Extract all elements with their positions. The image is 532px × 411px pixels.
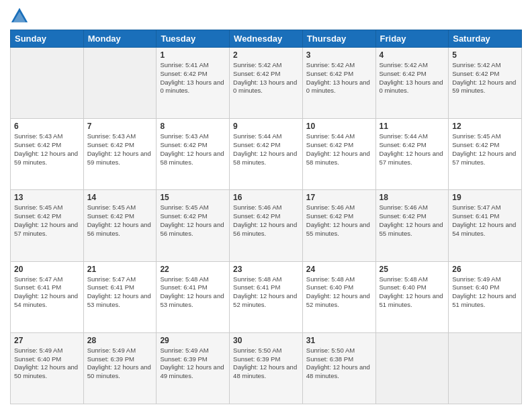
day-number: 2 xyxy=(233,50,299,60)
day-number: 4 xyxy=(380,50,445,60)
day-info: Sunrise: 5:45 AM Sunset: 6:42 PM Dayligh… xyxy=(87,203,153,238)
day-info: Sunrise: 5:49 AM Sunset: 6:39 PM Dayligh… xyxy=(160,347,226,381)
day-info: Sunrise: 5:45 AM Sunset: 6:42 PM Dayligh… xyxy=(452,132,518,167)
day-number: 22 xyxy=(160,265,226,274)
calendar-day-cell: 29Sunrise: 5:49 AM Sunset: 6:39 PM Dayli… xyxy=(157,332,230,404)
calendar-day-cell: 8Sunrise: 5:43 AM Sunset: 6:42 PM Daylig… xyxy=(157,119,230,190)
day-info: Sunrise: 5:44 AM Sunset: 6:42 PM Dayligh… xyxy=(380,132,445,167)
calendar-day-cell: 18Sunrise: 5:46 AM Sunset: 6:42 PM Dayli… xyxy=(375,190,449,261)
calendar-day-cell: 16Sunrise: 5:46 AM Sunset: 6:42 PM Dayli… xyxy=(230,190,303,261)
day-info: Sunrise: 5:48 AM Sunset: 6:41 PM Dayligh… xyxy=(160,275,226,310)
day-number: 3 xyxy=(306,50,372,60)
col-sunday: Sunday xyxy=(11,30,84,48)
day-info: Sunrise: 5:48 AM Sunset: 6:40 PM Dayligh… xyxy=(306,275,372,310)
day-info: Sunrise: 5:42 AM Sunset: 6:42 PM Dayligh… xyxy=(233,61,299,95)
day-info: Sunrise: 5:42 AM Sunset: 6:42 PM Dayligh… xyxy=(452,61,518,95)
calendar-week-row: 1Sunrise: 5:41 AM Sunset: 6:42 PM Daylig… xyxy=(11,48,522,119)
day-number: 24 xyxy=(306,265,372,274)
calendar-header-row: Sunday Monday Tuesday Wednesday Thursday… xyxy=(11,30,522,48)
calendar-week-row: 13Sunrise: 5:45 AM Sunset: 6:42 PM Dayli… xyxy=(11,190,522,261)
day-number: 28 xyxy=(87,336,153,345)
day-info: Sunrise: 5:42 AM Sunset: 6:42 PM Dayligh… xyxy=(306,61,372,95)
day-number: 5 xyxy=(452,50,518,60)
day-number: 25 xyxy=(380,265,445,274)
day-number: 31 xyxy=(306,336,372,345)
calendar-day-cell xyxy=(449,332,522,404)
day-number: 16 xyxy=(233,193,299,202)
day-number: 6 xyxy=(14,122,80,131)
day-info: Sunrise: 5:46 AM Sunset: 6:42 PM Dayligh… xyxy=(380,203,445,238)
day-info: Sunrise: 5:49 AM Sunset: 6:39 PM Dayligh… xyxy=(87,347,153,381)
day-info: Sunrise: 5:47 AM Sunset: 6:41 PM Dayligh… xyxy=(452,203,518,238)
col-saturday: Saturday xyxy=(449,30,522,48)
day-number: 21 xyxy=(87,265,153,274)
calendar-day-cell: 19Sunrise: 5:47 AM Sunset: 6:41 PM Dayli… xyxy=(449,190,522,261)
col-thursday: Thursday xyxy=(302,30,375,48)
col-monday: Monday xyxy=(83,30,157,48)
calendar-day-cell: 23Sunrise: 5:48 AM Sunset: 6:41 PM Dayli… xyxy=(230,261,303,332)
calendar-week-row: 27Sunrise: 5:49 AM Sunset: 6:40 PM Dayli… xyxy=(11,332,522,404)
day-info: Sunrise: 5:43 AM Sunset: 6:42 PM Dayligh… xyxy=(160,132,226,167)
header xyxy=(10,7,522,26)
day-info: Sunrise: 5:43 AM Sunset: 6:42 PM Dayligh… xyxy=(87,132,153,167)
calendar-day-cell: 1Sunrise: 5:41 AM Sunset: 6:42 PM Daylig… xyxy=(157,48,230,119)
calendar-day-cell: 20Sunrise: 5:47 AM Sunset: 6:41 PM Dayli… xyxy=(11,261,84,332)
day-number: 12 xyxy=(452,122,518,131)
calendar-day-cell xyxy=(375,332,449,404)
day-number: 10 xyxy=(306,122,372,131)
day-info: Sunrise: 5:46 AM Sunset: 6:42 PM Dayligh… xyxy=(306,203,372,238)
calendar-day-cell: 7Sunrise: 5:43 AM Sunset: 6:42 PM Daylig… xyxy=(83,119,157,190)
day-number: 13 xyxy=(14,193,80,202)
calendar-day-cell: 3Sunrise: 5:42 AM Sunset: 6:42 PM Daylig… xyxy=(302,48,375,119)
day-number: 26 xyxy=(452,265,518,274)
calendar-day-cell: 15Sunrise: 5:45 AM Sunset: 6:42 PM Dayli… xyxy=(157,190,230,261)
day-info: Sunrise: 5:44 AM Sunset: 6:42 PM Dayligh… xyxy=(233,132,299,167)
page: Sunday Monday Tuesday Wednesday Thursday… xyxy=(0,0,532,411)
col-wednesday: Wednesday xyxy=(230,30,303,48)
calendar-day-cell xyxy=(83,48,157,119)
day-info: Sunrise: 5:45 AM Sunset: 6:42 PM Dayligh… xyxy=(14,203,80,238)
calendar-day-cell: 13Sunrise: 5:45 AM Sunset: 6:42 PM Dayli… xyxy=(11,190,84,261)
calendar-day-cell: 4Sunrise: 5:42 AM Sunset: 6:42 PM Daylig… xyxy=(375,48,449,119)
day-info: Sunrise: 5:50 AM Sunset: 6:38 PM Dayligh… xyxy=(306,347,372,381)
day-info: Sunrise: 5:49 AM Sunset: 6:40 PM Dayligh… xyxy=(14,347,80,381)
day-number: 9 xyxy=(233,122,299,131)
day-number: 7 xyxy=(87,122,153,131)
day-info: Sunrise: 5:48 AM Sunset: 6:40 PM Dayligh… xyxy=(380,275,445,310)
day-info: Sunrise: 5:50 AM Sunset: 6:39 PM Dayligh… xyxy=(233,347,299,381)
calendar-day-cell: 5Sunrise: 5:42 AM Sunset: 6:42 PM Daylig… xyxy=(449,48,522,119)
day-number: 19 xyxy=(452,193,518,202)
day-info: Sunrise: 5:45 AM Sunset: 6:42 PM Dayligh… xyxy=(160,203,226,238)
col-tuesday: Tuesday xyxy=(157,30,230,48)
day-info: Sunrise: 5:48 AM Sunset: 6:41 PM Dayligh… xyxy=(233,275,299,310)
calendar-week-row: 6Sunrise: 5:43 AM Sunset: 6:42 PM Daylig… xyxy=(11,119,522,190)
day-number: 1 xyxy=(160,50,226,60)
calendar-week-row: 20Sunrise: 5:47 AM Sunset: 6:41 PM Dayli… xyxy=(11,261,522,332)
calendar-day-cell: 24Sunrise: 5:48 AM Sunset: 6:40 PM Dayli… xyxy=(302,261,375,332)
day-info: Sunrise: 5:47 AM Sunset: 6:41 PM Dayligh… xyxy=(14,275,80,310)
logo xyxy=(10,7,32,26)
calendar-day-cell: 2Sunrise: 5:42 AM Sunset: 6:42 PM Daylig… xyxy=(230,48,303,119)
day-info: Sunrise: 5:43 AM Sunset: 6:42 PM Dayligh… xyxy=(14,132,80,167)
calendar-day-cell: 27Sunrise: 5:49 AM Sunset: 6:40 PM Dayli… xyxy=(11,332,84,404)
calendar-day-cell: 6Sunrise: 5:43 AM Sunset: 6:42 PM Daylig… xyxy=(11,119,84,190)
calendar-day-cell xyxy=(11,48,84,119)
day-info: Sunrise: 5:46 AM Sunset: 6:42 PM Dayligh… xyxy=(233,203,299,238)
calendar-day-cell: 21Sunrise: 5:47 AM Sunset: 6:41 PM Dayli… xyxy=(83,261,157,332)
calendar-day-cell: 31Sunrise: 5:50 AM Sunset: 6:38 PM Dayli… xyxy=(302,332,375,404)
calendar-day-cell: 26Sunrise: 5:49 AM Sunset: 6:40 PM Dayli… xyxy=(449,261,522,332)
day-number: 14 xyxy=(87,193,153,202)
day-number: 11 xyxy=(380,122,445,131)
day-info: Sunrise: 5:42 AM Sunset: 6:42 PM Dayligh… xyxy=(380,61,445,95)
calendar-day-cell: 12Sunrise: 5:45 AM Sunset: 6:42 PM Dayli… xyxy=(449,119,522,190)
day-number: 15 xyxy=(160,193,226,202)
calendar-day-cell: 11Sunrise: 5:44 AM Sunset: 6:42 PM Dayli… xyxy=(375,119,449,190)
col-friday: Friday xyxy=(375,30,449,48)
calendar-day-cell: 30Sunrise: 5:50 AM Sunset: 6:39 PM Dayli… xyxy=(230,332,303,404)
day-number: 18 xyxy=(380,193,445,202)
day-info: Sunrise: 5:41 AM Sunset: 6:42 PM Dayligh… xyxy=(160,61,226,95)
day-number: 20 xyxy=(14,265,80,274)
calendar-day-cell: 9Sunrise: 5:44 AM Sunset: 6:42 PM Daylig… xyxy=(230,119,303,190)
day-number: 29 xyxy=(160,336,226,345)
day-info: Sunrise: 5:47 AM Sunset: 6:41 PM Dayligh… xyxy=(87,275,153,310)
